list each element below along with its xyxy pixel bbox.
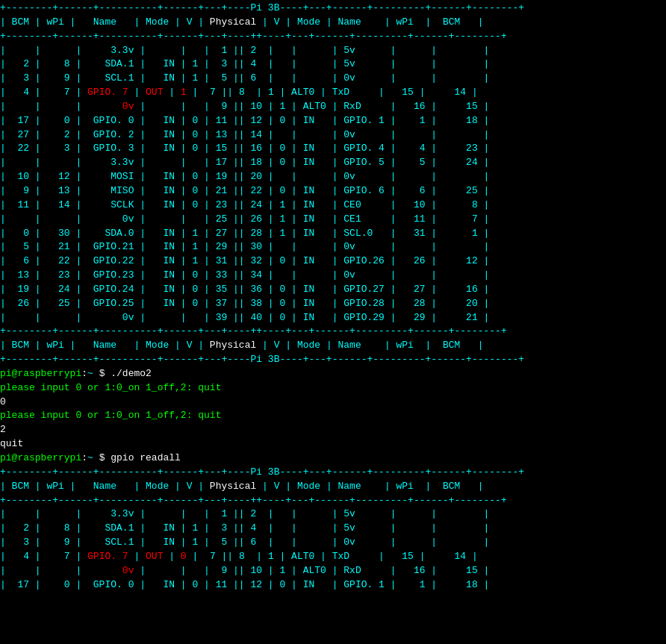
gpio-output-2: +--------+------+----------+------+---+-… — [0, 466, 666, 593]
prompt-demo2: pi@raspberrypi:~ $ ./demo2 please input … — [0, 367, 666, 466]
gpio-output-1: +--------+------+----------+------+---+-… — [0, 1, 666, 367]
terminal-window: +--------+------+----------+------+---+-… — [0, 0, 666, 593]
shell-session-1: pi@raspberrypi:~ $ ./demo2 please input … — [0, 367, 666, 466]
